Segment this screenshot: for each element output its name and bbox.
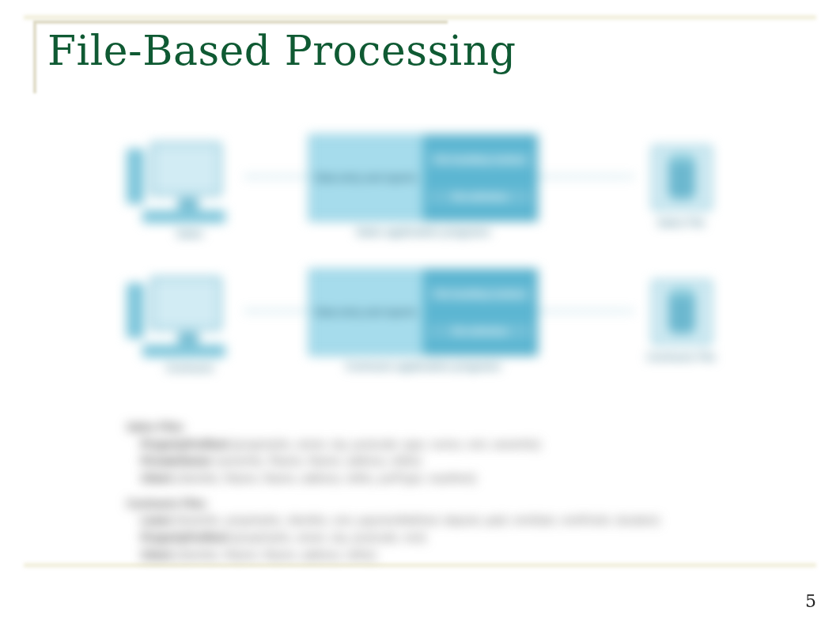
schema-fields: (clientNo, fName, lName, address, telNo,… xyxy=(175,472,476,485)
connector-line xyxy=(245,310,308,312)
slide-top-rule xyxy=(24,14,816,21)
schema-fields: (leaseNo, propertyNo, clientNo, rent, pa… xyxy=(176,514,660,526)
schema-name: Lease xyxy=(141,514,172,526)
schema-line: PropertyForRent (propertyNo, street, cit… xyxy=(127,530,704,547)
pc-label: Contracts xyxy=(150,362,229,374)
slide-title: File-Based Processing xyxy=(47,27,516,74)
monitor-icon xyxy=(150,277,221,330)
app-right-bottom: File definition xyxy=(429,190,532,204)
schema-fields: (ownerNo, fName, lName, address, telNo) xyxy=(215,455,422,467)
app-left-panel: Data entry and reports xyxy=(308,269,424,356)
sales-files-header: Sales Files xyxy=(127,419,704,436)
pc-icon: Contracts xyxy=(127,277,245,372)
slide: File-Based Processing Sales Data entry a… xyxy=(0,0,840,630)
database-cylinder-icon xyxy=(668,157,695,199)
application-box: Data entry and reports File handling rou… xyxy=(308,134,538,221)
slide-bottom-rule xyxy=(24,562,816,568)
app-right-bottom: File definition xyxy=(429,324,532,338)
diagram-row-sales: Sales Data entry and reports File handli… xyxy=(127,134,712,261)
connector-line xyxy=(245,175,308,178)
tower-icon xyxy=(127,149,144,204)
app-caption: Sales application programs xyxy=(308,226,538,238)
file-box xyxy=(652,280,712,345)
app-left-panel: Data entry and reports xyxy=(308,134,424,221)
app-right-top: File handling routines xyxy=(429,287,532,301)
page-number: 5 xyxy=(805,591,816,611)
diagram-figure: Sales Data entry and reports File handli… xyxy=(127,134,712,561)
schema-name: PropertyForRent xyxy=(141,531,229,544)
app-caption: Contracts application programs xyxy=(308,360,538,372)
diagram-row-contracts: Contracts Data entry and reports File ha… xyxy=(127,269,712,395)
connector-line xyxy=(538,175,633,178)
contracts-files-header: Contracts Files xyxy=(127,496,704,513)
schema-name: Client xyxy=(141,549,172,561)
keyboard-icon xyxy=(142,210,225,223)
schema-fields: (propertyNo, street, city, postcode, typ… xyxy=(232,438,540,451)
file-label: Sales File xyxy=(638,217,725,228)
app-right-panel: File handling routines File definition xyxy=(424,134,538,221)
keyboard-icon xyxy=(142,345,225,357)
app-right-panel: File handling routines File definition xyxy=(424,269,538,356)
schema-name: Client xyxy=(141,472,172,485)
app-right-top: File handling routines xyxy=(429,153,532,167)
schema-line: PrivateOwner (ownerNo, fName, lName, add… xyxy=(127,453,704,470)
schema-line: Lease (leaseNo, propertyNo, clientNo, re… xyxy=(127,512,704,530)
schema-line: PropertyForRent (propertyNo, street, cit… xyxy=(127,436,704,454)
application-box: Data entry and reports File handling rou… xyxy=(308,269,538,356)
file-label: Contracts File xyxy=(638,351,725,363)
schema-text: Sales Files PropertyForRent (propertyNo,… xyxy=(127,411,704,564)
schema-fields: (propertyNo, street, city, postcode, ren… xyxy=(232,531,426,544)
database-cylinder-icon xyxy=(668,291,695,334)
monitor-icon xyxy=(150,142,221,196)
tower-icon xyxy=(127,283,144,338)
pc-label: Sales xyxy=(150,228,229,240)
schema-name: PrivateOwner xyxy=(141,455,212,467)
schema-name: PropertyForRent xyxy=(141,438,229,451)
connector-line xyxy=(538,310,633,312)
schema-line: Client (clientNo, fName, lName, address,… xyxy=(127,470,704,488)
pc-icon: Sales xyxy=(127,142,245,237)
schema-fields: (clientNo, fName, lName, address, telNo) xyxy=(175,549,376,561)
file-box xyxy=(652,145,712,210)
